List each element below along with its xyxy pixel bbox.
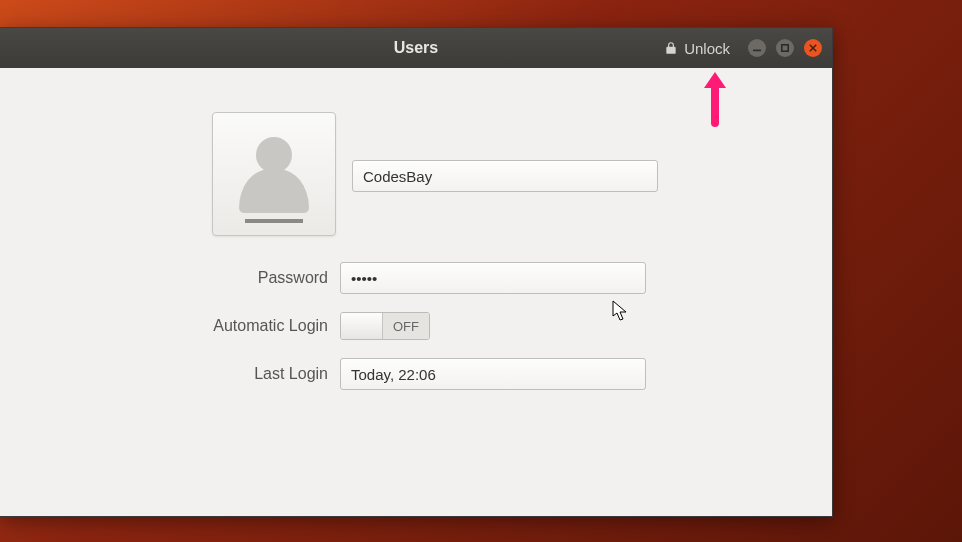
unlock-label: Unlock: [684, 40, 730, 57]
svg-rect-0: [753, 50, 761, 52]
minimize-button[interactable]: [748, 39, 766, 57]
toggle-state: OFF: [383, 313, 429, 339]
auto-login-label: Automatic Login: [40, 317, 340, 335]
username-field[interactable]: CodesBay: [352, 160, 658, 192]
toggle-knob: [341, 313, 383, 339]
window-title: Users: [394, 39, 438, 57]
content-area: CodesBay Password ••••• Automatic Login …: [0, 68, 832, 516]
users-settings-window: Users Unlock: [0, 27, 833, 517]
avatar-placeholder-icon: [234, 131, 314, 227]
unlock-button[interactable]: Unlock: [664, 39, 832, 57]
password-value: •••••: [351, 270, 377, 287]
svg-rect-1: [782, 45, 788, 51]
last-login-value: Today, 22:06: [351, 366, 436, 383]
password-label: Password: [40, 269, 340, 287]
maximize-button[interactable]: [776, 39, 794, 57]
close-button[interactable]: [804, 39, 822, 57]
auto-login-toggle[interactable]: OFF: [340, 312, 430, 340]
titlebar: Users Unlock: [0, 28, 832, 68]
password-field[interactable]: •••••: [340, 262, 646, 294]
last-login-field[interactable]: Today, 22:06: [340, 358, 646, 390]
lock-icon: [664, 41, 678, 55]
avatar-picker[interactable]: [212, 112, 336, 236]
username-value: CodesBay: [363, 168, 432, 185]
last-login-label: Last Login: [40, 365, 340, 383]
